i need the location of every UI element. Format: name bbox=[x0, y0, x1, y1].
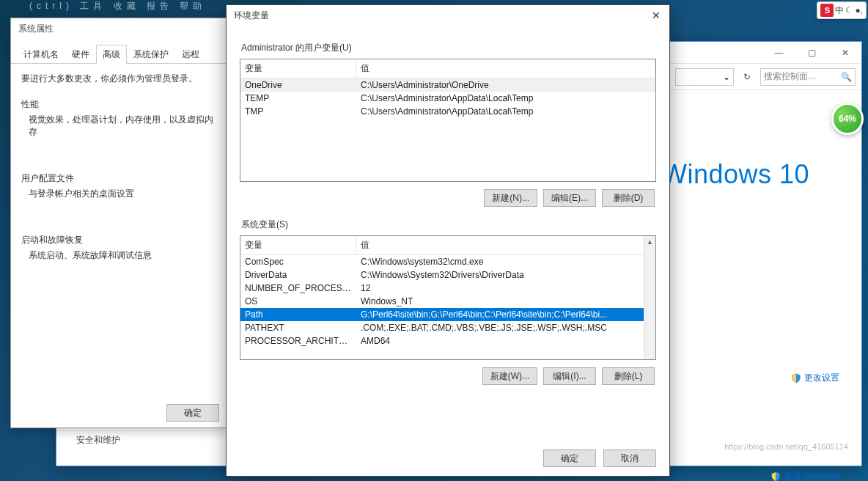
scrollbar[interactable]: ▲ bbox=[644, 236, 655, 359]
cancel-button[interactable]: 取消 bbox=[603, 449, 656, 467]
tab-系统保护[interactable]: 系统保护 bbox=[127, 45, 175, 64]
list-item[interactable]: OSWindows_NT bbox=[240, 295, 655, 308]
system-vars-label: 系统变量(S) bbox=[241, 219, 656, 231]
environment-variables-dialog: 环境变量 ✕ Administrator 的用户变量(U) 变量 值 OneDr… bbox=[226, 4, 670, 477]
list-item[interactable]: NUMBER_OF_PROCESSORS12 bbox=[240, 282, 655, 295]
var-value: C:\Users\Administrator\AppData\Local\Tem… bbox=[356, 105, 655, 118]
var-name: NUMBER_OF_PROCESSORS bbox=[240, 282, 356, 295]
column-header-variable[interactable]: 变量 bbox=[240, 236, 356, 254]
admin-hint: 要进行大多数更改，你必须作为管理员登录。 bbox=[21, 73, 216, 85]
tab-高级[interactable]: 高级 bbox=[96, 45, 127, 64]
ime-lang[interactable]: 中 bbox=[835, 4, 844, 17]
var-value: C:\Users\Administrator\AppData\Local\Tem… bbox=[356, 92, 655, 105]
performance-desc: 视觉效果，处理器计划，内存使用，以及虚拟内存 bbox=[29, 114, 216, 139]
search-input[interactable]: 搜索控制面... 🔍 bbox=[760, 68, 856, 86]
edit-user-var-button[interactable]: 编辑(E)... bbox=[543, 189, 596, 207]
link-label: 更改设置 bbox=[804, 372, 839, 384]
delete-sys-var-button[interactable]: 删除(L) bbox=[602, 367, 655, 385]
refresh-button[interactable]: ↻ bbox=[738, 68, 756, 86]
tab-计算机名[interactable]: 计算机名 bbox=[17, 45, 65, 64]
user-vars-list[interactable]: 变量 值 OneDriveC:\Users\Administrator\OneD… bbox=[240, 59, 656, 182]
performance-label: 性能 bbox=[21, 98, 216, 111]
var-name: ComSpec bbox=[240, 255, 356, 268]
profile-desc: 与登录帐户相关的桌面设置 bbox=[29, 188, 216, 200]
dialog-titlebar[interactable]: 环境变量 ✕ bbox=[227, 5, 669, 29]
battery-badge[interactable]: 64% bbox=[831, 103, 864, 135]
address-dropdown[interactable]: ⌄ bbox=[675, 68, 734, 86]
safety-maintenance-text: 安全和维护 bbox=[76, 434, 120, 447]
close-button[interactable]: ✕ bbox=[647, 8, 665, 23]
delete-user-var-button[interactable]: 删除(D) bbox=[602, 189, 655, 207]
var-value: .COM;.EXE;.BAT;.CMD;.VBS;.VBE;.JS;.JSE;.… bbox=[356, 321, 655, 334]
tab-strip: 计算机名硬件高级系统保护远程 bbox=[11, 44, 227, 64]
var-value: C:\Users\Administrator\OneDrive bbox=[356, 78, 655, 92]
new-sys-var-button[interactable]: 新建(W)... bbox=[482, 367, 537, 385]
dialog-title-text: 环境变量 bbox=[234, 10, 269, 22]
list-item[interactable]: PathG:\Perl64\site\bin;G:\Perl64\bin;C:\… bbox=[240, 308, 655, 321]
list-item[interactable]: PATHEXT.COM;.EXE;.BAT;.CMD;.VBS;.VBE;.JS… bbox=[240, 321, 655, 334]
footer-url: https://blog.csdn.net/qq_41605114 bbox=[724, 442, 848, 451]
tab-硬件[interactable]: 硬件 bbox=[65, 45, 96, 64]
moon-icon[interactable]: ☾ bbox=[845, 5, 853, 15]
maximize-button[interactable]: ▢ bbox=[795, 42, 828, 63]
list-item[interactable]: DriverDataC:\Windows\System32\Drivers\Dr… bbox=[240, 268, 655, 282]
user-vars-label: Administrator 的用户变量(U) bbox=[241, 42, 656, 54]
var-name: TEMP bbox=[240, 92, 356, 105]
scroll-up-icon[interactable]: ▲ bbox=[644, 236, 655, 248]
minimize-button[interactable]: — bbox=[762, 42, 795, 63]
new-user-var-button[interactable]: 新建(N)... bbox=[484, 189, 537, 207]
shield-icon bbox=[770, 471, 781, 482]
var-value: G:\Perl64\site\bin;G:\Perl64\bin;C:\Perl… bbox=[356, 308, 655, 321]
var-name: OneDrive bbox=[240, 78, 356, 92]
activate-windows-link[interactable]: 激活 Windows bbox=[770, 470, 839, 481]
list-item[interactable]: TMPC:\Users\Administrator\AppData\Local\… bbox=[240, 105, 655, 118]
ok-button[interactable]: 确定 bbox=[166, 404, 219, 422]
tab-远程[interactable]: 远程 bbox=[175, 45, 206, 64]
change-settings-link[interactable]: 更改设置 bbox=[791, 372, 839, 384]
edit-sys-var-button[interactable]: 编辑(I)... bbox=[543, 367, 596, 385]
var-name: Path bbox=[240, 308, 356, 321]
var-name: OS bbox=[240, 295, 356, 308]
var-name: DriverData bbox=[240, 268, 356, 282]
tab-content: 要进行大多数更改，你必须作为管理员登录。 性能 视觉效果，处理器计划，内存使用，… bbox=[11, 64, 227, 284]
var-value: Windows_NT bbox=[356, 295, 655, 308]
column-header-value[interactable]: 值 bbox=[356, 59, 655, 78]
shield-icon bbox=[791, 373, 801, 383]
link-label: 激活 Windows bbox=[784, 470, 839, 481]
list-item[interactable]: OneDriveC:\Users\Administrator\OneDrive bbox=[240, 78, 655, 92]
system-vars-list[interactable]: 变量 值 ComSpecC:\Windows\system32\cmd.exeD… bbox=[240, 235, 656, 360]
var-name: PROCESSOR_ARCHITECT... bbox=[240, 334, 356, 348]
var-name: PATHEXT bbox=[240, 321, 356, 334]
var-value: C:\Windows\System32\Drivers\DriverData bbox=[356, 268, 655, 282]
var-value: 12 bbox=[356, 282, 655, 295]
list-item[interactable]: PROCESSOR_ARCHITECT...AMD64 bbox=[240, 334, 655, 348]
dialog-title: 系统属性 bbox=[11, 18, 227, 40]
ime-toolbar[interactable]: S 中 ☾ ●, bbox=[817, 1, 867, 19]
ime-punct[interactable]: ●, bbox=[855, 5, 863, 15]
profile-label: 用户配置文件 bbox=[21, 172, 216, 185]
startup-desc: 系统启动、系统故障和调试信息 bbox=[29, 249, 216, 262]
windows10-logo: Windows 10 bbox=[662, 159, 853, 190]
startup-label: 启动和故障恢复 bbox=[21, 234, 216, 246]
var-value: C:\Windows\system32\cmd.exe bbox=[356, 255, 655, 268]
var-value: AMD64 bbox=[356, 334, 655, 348]
var-name: TMP bbox=[240, 105, 356, 118]
ime-logo-icon: S bbox=[820, 4, 834, 17]
column-header-value[interactable]: 值 bbox=[356, 236, 655, 254]
search-icon: 🔍 bbox=[841, 72, 852, 82]
desktop-fragments: (ctrl) 工具 收藏 报告 帮助 bbox=[29, 0, 206, 12]
ok-button[interactable]: 确定 bbox=[543, 449, 596, 467]
chevron-down-icon: ⌄ bbox=[723, 72, 730, 82]
column-header-variable[interactable]: 变量 bbox=[240, 59, 356, 78]
list-item[interactable]: TEMPC:\Users\Administrator\AppData\Local… bbox=[240, 92, 655, 105]
system-properties-dialog: 系统属性 计算机名硬件高级系统保护远程 要进行大多数更改，你必须作为管理员登录。… bbox=[10, 18, 227, 428]
search-placeholder: 搜索控制面... bbox=[764, 70, 815, 83]
battery-percent: 64% bbox=[839, 114, 856, 124]
list-item[interactable]: ComSpecC:\Windows\system32\cmd.exe bbox=[240, 255, 655, 268]
close-button[interactable]: ✕ bbox=[828, 42, 861, 63]
